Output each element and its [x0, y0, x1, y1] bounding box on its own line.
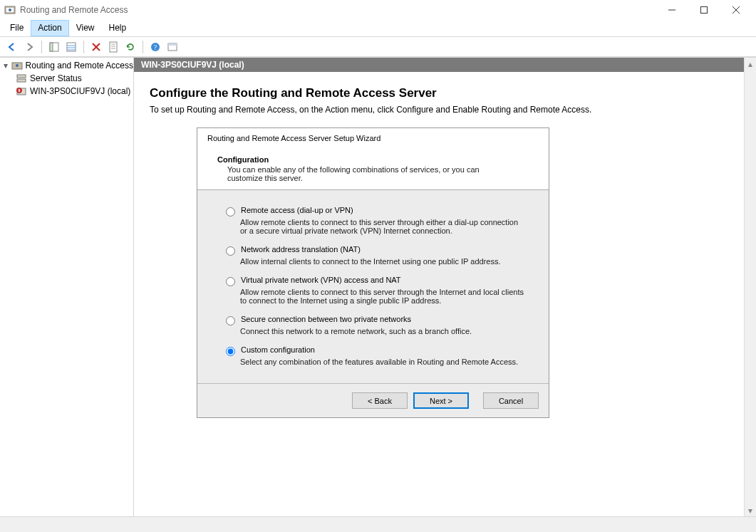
toolbar-extra-button[interactable]	[165, 39, 180, 55]
svg-rect-4	[700, 7, 707, 14]
option-secure-connection: Secure connection between two private ne…	[226, 315, 534, 335]
delete-button[interactable]	[88, 39, 104, 55]
option-label[interactable]: Remote access (dial-up or VPN)	[241, 206, 353, 214]
workspace: ▾ Routing and Remote Access Server Statu…	[0, 57, 756, 516]
tree-server-status[interactable]: Server Status	[0, 72, 133, 85]
svg-rect-25	[17, 75, 26, 78]
back-button[interactable]: < Back	[352, 392, 408, 409]
option-label[interactable]: Network address translation (NAT)	[241, 245, 361, 254]
option-label[interactable]: Secure connection between two private ne…	[241, 315, 411, 323]
toolbar-separator	[143, 41, 143, 53]
rras-icon	[11, 60, 23, 71]
radio-remote-access[interactable]	[226, 207, 235, 217]
option-desc: Allow remote clients to connect to this …	[240, 218, 525, 235]
wizard-body: Remote access (dial-up or VPN) Allow rem…	[197, 190, 549, 383]
vertical-scrollbar[interactable]: ▴ ▾	[744, 58, 756, 516]
menu-action[interactable]: Action	[31, 20, 68, 36]
option-nat: Network address translation (NAT) Allow …	[226, 245, 534, 266]
content-subtitle: To set up Routing and Remote Access, on …	[150, 105, 740, 115]
menu-file[interactable]: File	[3, 20, 31, 36]
option-label[interactable]: Custom configuration	[241, 345, 315, 354]
svg-text:?: ?	[154, 43, 157, 51]
radio-nat[interactable]	[226, 246, 235, 256]
tree-server-status-label: Server Status	[30, 73, 82, 83]
scroll-up-icon[interactable]: ▴	[745, 58, 756, 70]
option-desc: Connect this network to a remote network…	[240, 327, 525, 335]
menu-help[interactable]: Help	[102, 20, 134, 36]
svg-rect-8	[50, 43, 53, 51]
option-desc: Select any combination of the features a…	[240, 358, 525, 366]
window-title: Routing and Remote Access	[20, 5, 128, 15]
title-bar: Routing and Remote Access	[0, 0, 756, 20]
nav-forward-button[interactable]	[21, 39, 37, 55]
window-close-button[interactable]	[720, 0, 752, 20]
tree-root-label: Routing and Remote Access	[26, 61, 133, 71]
option-vpn-nat: Virtual private network (VPN) access and…	[226, 276, 534, 305]
nav-back-button[interactable]	[4, 39, 20, 55]
svg-rect-22	[168, 43, 177, 46]
svg-rect-15	[110, 42, 117, 52]
status-bar	[0, 516, 756, 532]
refresh-button[interactable]	[123, 39, 138, 55]
content-body: Configure the Routing and Remote Access …	[134, 72, 756, 516]
wizard-section-desc: You can enable any of the following comb…	[227, 165, 484, 182]
content-title: Configure the Routing and Remote Access …	[150, 86, 740, 100]
wizard-dialog: Routing and Remote Access Server Setup W…	[197, 127, 549, 418]
svg-point-2	[9, 9, 11, 11]
svg-rect-26	[17, 79, 26, 82]
properties-sheet-button[interactable]	[105, 39, 121, 55]
server-stopped-icon	[16, 85, 27, 97]
tree-local-server-label: WIN-3PS0CIUF9VJ (local)	[30, 86, 130, 96]
wizard-section-title: Configuration	[217, 155, 539, 164]
wizard-header: Routing and Remote Access Server Setup W…	[197, 128, 549, 190]
option-custom: Custom configuration Select any combinat…	[226, 345, 534, 366]
tree-local-server[interactable]: WIN-3PS0CIUF9VJ (local)	[0, 85, 133, 98]
wizard-button-row: < Back Next > Cancel	[197, 384, 549, 417]
app-icon	[4, 4, 16, 16]
menu-bar: File Action View Help	[0, 20, 756, 37]
radio-vpn-nat[interactable]	[226, 277, 235, 286]
cancel-button[interactable]: Cancel	[483, 392, 539, 409]
toolbar-separator	[41, 41, 42, 53]
console-tree[interactable]: ▾ Routing and Remote Access Server Statu…	[0, 58, 134, 516]
window-maximize-button[interactable]	[688, 0, 720, 20]
content-header: WIN-3PS0CIUF9VJ (local)	[134, 58, 756, 72]
option-desc: Allow internal clients to connect to the…	[240, 257, 525, 266]
properties-button[interactable]	[63, 39, 79, 55]
server-status-icon	[16, 73, 27, 84]
svg-point-24	[16, 64, 19, 67]
option-label[interactable]: Virtual private network (VPN) access and…	[241, 276, 401, 284]
scroll-down-icon[interactable]: ▾	[745, 504, 756, 516]
toolbar: ?	[0, 37, 756, 57]
menu-view[interactable]: View	[69, 20, 102, 36]
content-pane: WIN-3PS0CIUF9VJ (local) Configure the Ro…	[134, 58, 756, 516]
next-button[interactable]: Next >	[413, 392, 469, 409]
help-button[interactable]: ?	[147, 39, 163, 55]
option-remote-access: Remote access (dial-up or VPN) Allow rem…	[226, 206, 534, 235]
wizard-title: Routing and Remote Access Server Setup W…	[207, 134, 539, 142]
window-minimize-button[interactable]	[656, 0, 688, 20]
option-desc: Allow remote clients to connect to this …	[240, 288, 525, 305]
toolbar-separator	[83, 41, 84, 53]
show-hide-tree-button[interactable]	[46, 39, 62, 55]
radio-custom[interactable]	[226, 347, 235, 356]
expander-icon[interactable]: ▾	[3, 61, 9, 71]
tree-root-rras[interactable]: ▾ Routing and Remote Access	[0, 59, 133, 72]
radio-secure-connection[interactable]	[226, 316, 235, 325]
